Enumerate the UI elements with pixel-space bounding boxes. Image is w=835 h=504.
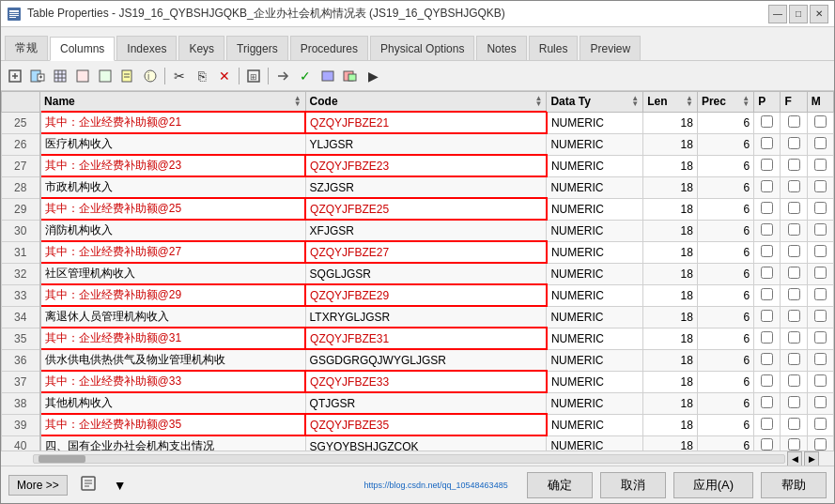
m-checkbox[interactable]: [814, 245, 827, 257]
table-row[interactable]: 37其中：企业经费补助额@33QZQYJFBZE33NUMERIC186: [2, 371, 834, 392]
m-cell[interactable]: [807, 435, 833, 451]
m-cell[interactable]: [807, 155, 833, 176]
scrollbar-track[interactable]: [33, 454, 785, 464]
p-cell[interactable]: [754, 392, 781, 414]
p-cell[interactable]: [754, 435, 781, 451]
p-cell[interactable]: [754, 263, 781, 284]
code-cell[interactable]: QZQYJFBZE25: [305, 198, 547, 220]
tab-indexes[interactable]: Indexes: [116, 36, 177, 60]
m-cell[interactable]: [807, 241, 833, 263]
name-cell[interactable]: 其中：企业经费补助额@29: [40, 284, 306, 306]
p-cell[interactable]: [754, 328, 781, 349]
p-checkbox[interactable]: [761, 137, 773, 149]
col-header-name[interactable]: Name ▲▼: [40, 92, 306, 113]
bottom-icon-1[interactable]: [75, 472, 101, 497]
f-cell[interactable]: [781, 349, 807, 371]
sort-name-icon[interactable]: ▲▼: [294, 96, 302, 107]
code-cell[interactable]: SGYQYBSHJGZCQK: [305, 435, 547, 451]
datatype-cell[interactable]: NUMERIC: [547, 155, 643, 176]
m-checkbox[interactable]: [814, 396, 827, 408]
len-cell[interactable]: 18: [643, 241, 698, 263]
toolbar-btn-4[interactable]: [72, 66, 93, 86]
code-cell[interactable]: GSGDGRGQJWYGLJGSR: [305, 349, 547, 371]
len-cell[interactable]: 18: [643, 198, 698, 220]
p-cell[interactable]: [754, 198, 781, 220]
bottom-icon-2[interactable]: ▼: [109, 475, 131, 496]
col-header-prec[interactable]: Prec ▲▼: [697, 92, 753, 113]
name-cell[interactable]: 其中：企业经费补助额@25: [40, 198, 306, 220]
datatype-cell[interactable]: NUMERIC: [547, 241, 643, 263]
table-row[interactable]: 33其中：企业经费补助额@29QZQYJFBZE29NUMERIC186: [2, 284, 834, 306]
f-cell[interactable]: [781, 306, 807, 328]
m-checkbox[interactable]: [814, 267, 827, 279]
f-checkbox[interactable]: [788, 245, 800, 257]
p-checkbox[interactable]: [761, 159, 773, 171]
col-header-datatype[interactable]: Data Ty ▲▼: [547, 92, 643, 113]
m-cell[interactable]: [807, 284, 833, 306]
p-cell[interactable]: [754, 155, 781, 176]
code-cell[interactable]: QZQYJFBZE29: [305, 284, 547, 306]
table-row[interactable]: 35其中：企业经费补助额@31QZQYJFBZE31NUMERIC186: [2, 328, 834, 349]
code-cell[interactable]: QZQYJFBZE23: [305, 155, 547, 176]
p-cell[interactable]: [754, 220, 781, 241]
tab-notes[interactable]: Notes: [476, 36, 526, 60]
p-checkbox[interactable]: [761, 223, 773, 236]
name-cell[interactable]: 供水供电供热供气及物业管理机构收: [40, 349, 306, 371]
prec-cell[interactable]: 6: [697, 284, 753, 306]
f-checkbox[interactable]: [788, 331, 800, 344]
code-cell[interactable]: LTXRYGLJGSR: [305, 306, 547, 328]
m-cell[interactable]: [807, 176, 833, 198]
p-checkbox[interactable]: [761, 353, 773, 365]
table-row[interactable]: 38其他机构收入QTJGSRNUMERIC186: [2, 392, 834, 414]
prec-cell[interactable]: 6: [697, 263, 753, 284]
name-cell[interactable]: 其中：企业经费补助额@21: [40, 112, 306, 133]
prec-cell[interactable]: 6: [697, 414, 753, 435]
f-cell[interactable]: [781, 371, 807, 392]
copy-button[interactable]: ⎘: [192, 66, 212, 86]
prec-cell[interactable]: 6: [697, 392, 753, 414]
datatype-cell[interactable]: NUMERIC: [547, 371, 643, 392]
f-cell[interactable]: [781, 263, 807, 284]
m-checkbox[interactable]: [814, 115, 827, 128]
m-cell[interactable]: [807, 220, 833, 241]
table-row[interactable]: 25其中：企业经费补助额@21QZQYJFBZE21NUMERIC186: [2, 112, 834, 133]
maximize-button[interactable]: □: [789, 5, 808, 23]
p-cell[interactable]: [754, 133, 781, 155]
name-cell[interactable]: 其中：企业经费补助额@23: [40, 155, 306, 176]
code-cell[interactable]: QZQYJFBZE33: [305, 371, 547, 392]
datatype-cell[interactable]: NUMERIC: [547, 328, 643, 349]
name-cell[interactable]: 其中：企业经费补助额@35: [40, 414, 306, 435]
p-checkbox[interactable]: [761, 438, 773, 451]
tab-columns[interactable]: Columns: [50, 37, 115, 61]
scrollbar-thumb[interactable]: [39, 455, 85, 463]
m-checkbox[interactable]: [814, 223, 827, 236]
help-button[interactable]: 帮助: [761, 472, 827, 498]
len-cell[interactable]: 18: [643, 371, 698, 392]
datatype-cell[interactable]: NUMERIC: [547, 284, 643, 306]
tab-rules[interactable]: Rules: [529, 36, 579, 60]
f-checkbox[interactable]: [788, 137, 800, 149]
table-row[interactable]: 40四、国有企业办社会机构支出情况SGYQYBSHJGZCQKNUMERIC18…: [2, 435, 834, 451]
prec-cell[interactable]: 6: [697, 435, 753, 451]
code-cell[interactable]: QTJGSR: [305, 392, 547, 414]
f-cell[interactable]: [781, 284, 807, 306]
prec-cell[interactable]: 6: [697, 176, 753, 198]
f-checkbox[interactable]: [788, 288, 800, 300]
sort-code-icon[interactable]: ▲▼: [534, 96, 542, 107]
scroll-right-btn[interactable]: ▶: [804, 451, 819, 466]
tab-general[interactable]: 常规: [5, 36, 48, 60]
len-cell[interactable]: 18: [643, 112, 698, 133]
p-checkbox[interactable]: [761, 396, 773, 408]
table-row[interactable]: 29其中：企业经费补助额@25QZQYJFBZE25NUMERIC186: [2, 198, 834, 220]
name-cell[interactable]: 社区管理机构收入: [40, 263, 306, 284]
tab-triggers[interactable]: Triggers: [226, 36, 288, 60]
table-row[interactable]: 36供水供电供热供气及物业管理机构收GSGDGRGQJWYGLJGSRNUMER…: [2, 349, 834, 371]
name-cell[interactable]: 其中：企业经费补助额@27: [40, 241, 306, 263]
len-cell[interactable]: 18: [643, 220, 698, 241]
m-cell[interactable]: [807, 263, 833, 284]
toolbar-btn-7[interactable]: i: [140, 66, 161, 86]
toolbar-btn-2[interactable]: [27, 66, 48, 86]
f-checkbox[interactable]: [788, 115, 800, 128]
code-cell[interactable]: QZQYJFBZE27: [305, 241, 547, 263]
m-cell[interactable]: [807, 112, 833, 133]
